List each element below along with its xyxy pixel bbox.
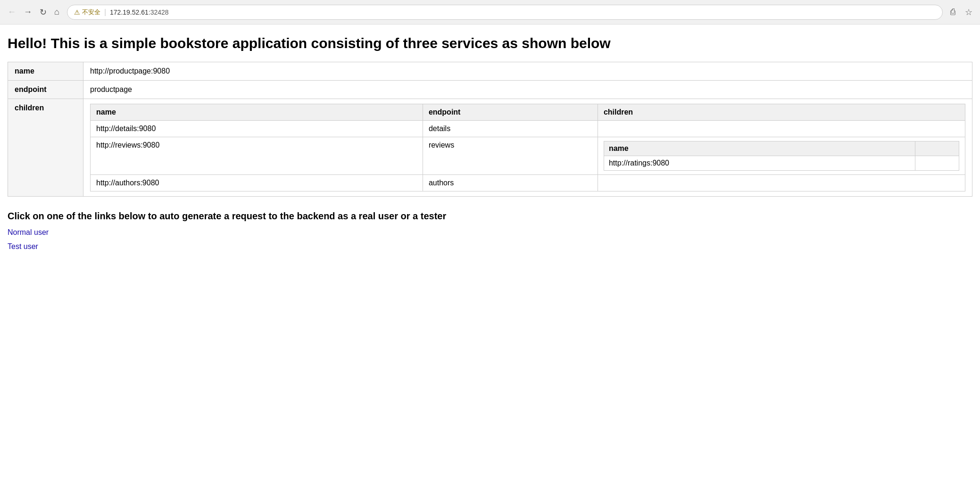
- reviews-name: http://reviews:9080: [91, 137, 423, 175]
- service-table: name http://productpage:9080 endpoint pr…: [8, 62, 972, 197]
- ratings-table: name http://ratings:9080: [604, 141, 959, 171]
- nav-buttons: ← → ↻ ⌂: [6, 5, 61, 19]
- browser-chrome: ← → ↻ ⌂ ⚠ 不安全 | 172.19.52.61:32428 ⎙ ☆: [0, 0, 980, 25]
- ratings-header-row: name: [604, 141, 959, 156]
- table-row: http://ratings:9080: [604, 156, 959, 171]
- reload-button[interactable]: ↻: [38, 5, 49, 19]
- service-endpoint-row: endpoint productpage: [8, 81, 972, 99]
- security-warning-text: 不安全: [82, 8, 100, 17]
- name-value: http://productpage:9080: [83, 62, 972, 81]
- children-col-endpoint: endpoint: [423, 104, 598, 121]
- page-content: Hello! This is a simple bookstore applic…: [0, 25, 980, 266]
- share-button[interactable]: ⎙: [948, 5, 957, 19]
- service-name-row: name http://productpage:9080: [8, 62, 972, 81]
- ratings-col-name: name: [604, 141, 915, 156]
- normal-user-link[interactable]: Normal user: [8, 228, 972, 237]
- authors-endpoint: authors: [423, 175, 598, 191]
- url-host: 172.19.52.61:32428: [110, 8, 169, 16]
- name-label: name: [8, 62, 83, 81]
- authors-name: http://authors:9080: [91, 175, 423, 191]
- url-port-text: :32428: [149, 8, 169, 16]
- service-children-row: children name endpoint children h: [8, 99, 972, 197]
- endpoint-value: productpage: [83, 81, 972, 99]
- links-intro: Click on one of the links below to auto …: [8, 211, 972, 222]
- forward-button[interactable]: →: [22, 5, 34, 19]
- authors-children: [598, 175, 965, 191]
- page-title: Hello! This is a simple bookstore applic…: [8, 34, 972, 52]
- ratings-endpoint: [915, 156, 959, 171]
- children-header-row: name endpoint children: [91, 104, 965, 121]
- table-row: http://authors:9080 authors: [91, 175, 965, 191]
- children-label: children: [8, 99, 83, 197]
- ratings-name: http://ratings:9080: [604, 156, 915, 171]
- back-button[interactable]: ←: [6, 5, 18, 19]
- bookmark-button[interactable]: ☆: [963, 5, 974, 19]
- details-endpoint: details: [423, 121, 598, 137]
- endpoint-label: endpoint: [8, 81, 83, 99]
- children-col-name: name: [91, 104, 423, 121]
- details-name: http://details:9080: [91, 121, 423, 137]
- details-children: [598, 121, 965, 137]
- address-bar[interactable]: ⚠ 不安全 | 172.19.52.61:32428: [67, 5, 943, 20]
- warning-icon: ⚠: [74, 8, 80, 16]
- table-row: http://details:9080 details: [91, 121, 965, 137]
- url-host-text: 172.19.52.61: [110, 8, 149, 16]
- test-user-link[interactable]: Test user: [8, 242, 972, 251]
- home-button[interactable]: ⌂: [52, 5, 61, 19]
- url-separator: |: [104, 8, 106, 17]
- children-value: name endpoint children http://details:90…: [83, 99, 972, 197]
- ratings-col-endpoint: [915, 141, 959, 156]
- reviews-children: name http://ratings:9080: [598, 137, 965, 175]
- children-table: name endpoint children http://details:90…: [90, 104, 965, 191]
- reviews-endpoint: reviews: [423, 137, 598, 175]
- table-row: http://reviews:9080 reviews name: [91, 137, 965, 175]
- browser-actions: ⎙ ☆: [948, 5, 974, 19]
- children-col-children: children: [598, 104, 965, 121]
- security-warning: ⚠ 不安全: [74, 8, 100, 17]
- links-section: Click on one of the links below to auto …: [8, 211, 972, 251]
